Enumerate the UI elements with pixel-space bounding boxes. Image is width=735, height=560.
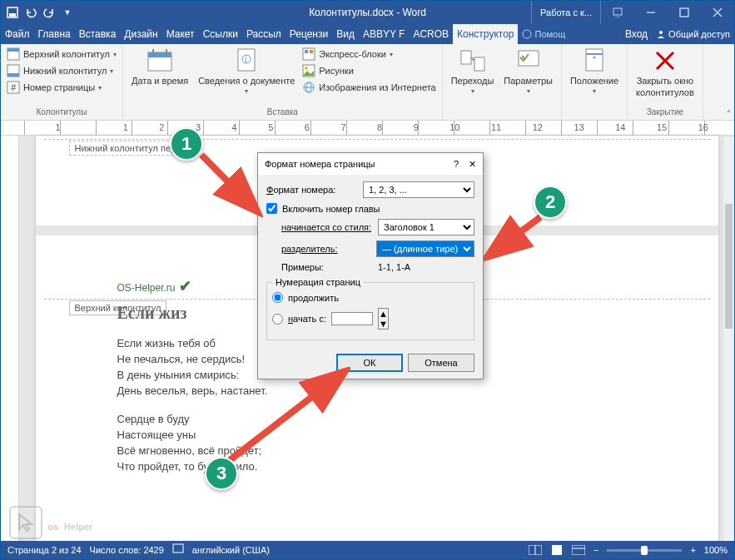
nav-icon (459, 47, 486, 74)
svg-rect-1 (9, 13, 16, 17)
svg-rect-33 (586, 49, 603, 71)
include-chapter-checkbox[interactable] (266, 203, 277, 214)
spinner-down[interactable]: ▼ (379, 319, 388, 329)
navigation-button[interactable]: Переходы▾ (446, 46, 499, 97)
share-button[interactable]: Общий доступ (652, 24, 734, 44)
horizontal-ruler[interactable]: 11234567891011121314151617 (1, 121, 734, 136)
page-number-button[interactable]: #Номер страницы▾ (4, 79, 119, 96)
close-header-footer-button[interactable]: Закрыть окноколонтитулов (631, 46, 699, 99)
svg-point-26 (305, 67, 308, 70)
annotation-callout-2: 2 (534, 186, 567, 219)
tab-abbyy[interactable]: ABBYY F (359, 24, 409, 44)
tab-view[interactable]: Вид (332, 24, 359, 44)
group-label: Колонтитулы (4, 107, 119, 118)
web-layout-icon[interactable] (572, 545, 585, 555)
quick-parts-button[interactable]: Экспресс-блоки▾ (300, 46, 438, 62)
svg-line-42 (230, 374, 342, 460)
separator-label: разделитель: (281, 244, 371, 254)
read-mode-icon[interactable] (529, 545, 542, 555)
tab-file[interactable]: Файл (1, 24, 34, 44)
language-indicator[interactable]: английский (США) (192, 545, 270, 555)
undo-icon[interactable] (22, 4, 39, 21)
word-count[interactable]: Число слов: 2429 (90, 545, 164, 555)
vertical-scrollbar[interactable] (723, 137, 734, 541)
collapse-ribbon-icon[interactable]: ˄ (727, 109, 731, 118)
window-title: Колонтитулы.docx - Word (204, 7, 531, 18)
svg-rect-24 (310, 50, 313, 53)
spinner-up[interactable]: ▲ (379, 309, 388, 319)
ribbon-options-icon[interactable] (601, 1, 634, 24)
document-title: Если жиз (117, 304, 268, 323)
svg-rect-2 (613, 8, 622, 15)
page-numbering-fieldset: Нумерация страниц продолжить начать с:▲▼… (266, 277, 474, 340)
tab-review[interactable]: Рецензи (286, 24, 332, 44)
tab-acrobat[interactable]: ACROB (409, 24, 453, 44)
minimize-icon[interactable] (634, 1, 668, 24)
ribbon-tabs: Файл Главна Вставка Дизайн Макет Ссылки … (1, 24, 734, 44)
maximize-icon[interactable] (668, 1, 701, 24)
page-number-icon: # (7, 81, 20, 94)
group-label (565, 116, 623, 118)
page-indicator[interactable]: Страница 2 из 24 (7, 545, 82, 555)
redo-icon[interactable] (41, 4, 57, 21)
annotation-arrow (196, 146, 263, 217)
zoom-level[interactable]: 100% (704, 545, 728, 555)
position-button[interactable]: Положение▾ (565, 46, 623, 97)
starts-with-label: начинается со стиля: (281, 222, 373, 232)
start-at-label: начать с: (288, 314, 326, 324)
footer-icon (7, 64, 20, 77)
close-icon[interactable] (701, 1, 734, 24)
date-time-button[interactable]: Дата и время (127, 46, 193, 87)
tab-insert[interactable]: Вставка (75, 24, 121, 44)
zoom-in-icon[interactable]: + (690, 545, 695, 555)
cancel-button[interactable]: Отмена (408, 354, 474, 372)
qat-more-icon[interactable]: ▼ (59, 4, 76, 21)
numbering-legend: Нумерация страниц (272, 277, 364, 287)
svg-rect-23 (305, 50, 308, 53)
tab-mailings[interactable]: Рассыл (242, 24, 286, 44)
pictures-button[interactable]: Рисунки (300, 62, 438, 79)
login-link[interactable]: Вход (621, 24, 652, 44)
print-layout-icon[interactable] (550, 545, 564, 555)
page-number-format-dialog: Формат номера страницы ? ✕ ФФормат номер… (257, 152, 484, 379)
svg-rect-31 (474, 57, 484, 71)
annotation-callout-3: 3 (205, 457, 238, 490)
calendar-icon (147, 47, 173, 74)
group-label: Вставка (127, 107, 439, 118)
tab-references[interactable]: Ссылки (199, 24, 242, 44)
continue-radio[interactable] (272, 292, 283, 303)
spelling-icon[interactable] (172, 543, 184, 557)
blocks-icon (302, 47, 315, 61)
svg-line-40 (490, 217, 540, 255)
svg-rect-10 (7, 48, 19, 52)
number-format-label: ФФормат номера:ормат номера: (266, 185, 358, 195)
svg-text:#: # (11, 82, 17, 92)
svg-text:i: i (245, 54, 246, 64)
help-icon[interactable]: ? (454, 159, 459, 170)
zoom-out-icon[interactable]: − (593, 545, 598, 555)
online-pictures-button[interactable]: Изображения из Интернета (300, 79, 438, 96)
tab-constructor[interactable]: Конструктор (453, 24, 518, 44)
tab-layout[interactable]: Макет (162, 24, 199, 44)
save-icon[interactable] (4, 4, 21, 21)
start-at-input[interactable] (331, 312, 373, 325)
tab-home[interactable]: Главна (34, 24, 75, 44)
header-button[interactable]: Верхний колонтитул▾ (4, 46, 119, 62)
start-at-radio[interactable] (272, 314, 283, 325)
context-tab-label: Работа с к... (531, 1, 601, 24)
zoom-slider[interactable] (607, 549, 682, 552)
tab-design[interactable]: Дизайн (120, 24, 161, 44)
options-button[interactable]: Параметры▾ (499, 46, 558, 97)
vertical-ruler[interactable] (1, 136, 19, 543)
svg-rect-47 (572, 545, 585, 555)
options-icon (515, 47, 542, 74)
footer-button[interactable]: Нижний колонтитул▾ (4, 62, 119, 79)
separator-select[interactable]: — (длинное тире) (376, 240, 474, 257)
checkmark-icon: ✔ (179, 278, 191, 295)
number-format-select[interactable]: 1, 2, 3, ... (363, 181, 474, 198)
doc-info-button[interactable]: iСведения о документе▾ (193, 46, 300, 97)
dialog-close-icon[interactable]: ✕ (469, 159, 476, 170)
starts-with-select[interactable]: Заголовок 1 (378, 219, 474, 235)
footer-section-tag: Нижний колонтитул пер (69, 141, 182, 156)
tell-me[interactable]: Помощ (518, 24, 569, 44)
